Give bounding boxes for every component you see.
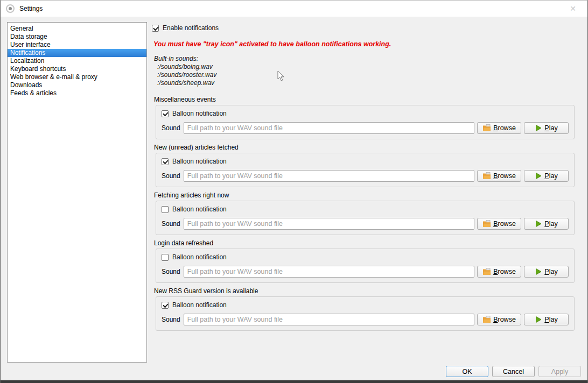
folder-icon — [482, 315, 491, 324]
title-bar: Settings ✕ — [1, 1, 587, 17]
sidebar-item-feeds-articles[interactable]: Feeds & articles — [8, 89, 146, 97]
dialog-footer: OK Cancel Apply — [446, 366, 581, 377]
balloon-notification-label: Balloon notification — [172, 253, 227, 261]
play-button[interactable]: Play — [524, 218, 569, 230]
section-group-box: Balloon notification Sound Browse Play — [156, 153, 575, 187]
folder-icon — [482, 124, 491, 132]
sound-path-input[interactable] — [184, 218, 474, 230]
balloon-notification-checkbox[interactable] — [162, 158, 169, 165]
balloon-notification-checkbox[interactable] — [162, 254, 169, 261]
balloon-notification-checkbox[interactable] — [162, 110, 169, 117]
sidebar-item-web-browser-email-proxy[interactable]: Web browser & e-mail & proxy — [8, 73, 146, 81]
window-title: Settings — [19, 5, 43, 12]
builtin-sound-path: :/sounds/rooster.wav — [154, 71, 216, 79]
sound-path-input[interactable] — [184, 122, 474, 134]
sound-label: Sound — [162, 124, 181, 132]
mouse-cursor — [277, 70, 285, 83]
sidebar-item-user-interface[interactable]: User interface — [8, 41, 146, 49]
folder-icon — [482, 267, 491, 276]
settings-category-list: General Data storage User interface Noti… — [7, 22, 147, 363]
section-new-version-available: New RSS Guard version is available Ballo… — [153, 288, 575, 331]
sound-path-input[interactable] — [184, 314, 474, 325]
sound-label: Sound — [162, 220, 181, 228]
browse-button[interactable]: Browse — [477, 170, 521, 182]
sound-label: Sound — [162, 316, 181, 323]
play-icon — [535, 220, 542, 228]
sidebar-item-notifications[interactable]: Notifications — [8, 49, 146, 57]
balloon-notification-checkbox[interactable] — [162, 302, 169, 309]
sidebar-item-data-storage[interactable]: Data storage — [8, 33, 146, 41]
tray-icon-warning-text: You must have "tray icon" activated to h… — [153, 40, 391, 48]
browse-button[interactable]: Browse — [477, 314, 521, 325]
dialog-body: General Data storage User interface Noti… — [1, 17, 587, 380]
section-title: New RSS Guard version is available — [153, 288, 575, 296]
play-icon — [535, 316, 542, 323]
section-group-box: Balloon notification Sound Browse Play — [156, 201, 575, 235]
section-fetching-articles: Fetching articles right now Balloon noti… — [153, 192, 575, 235]
close-icon: ✕ — [570, 4, 576, 13]
builtin-sound-path: :/sounds/sheep.wav — [154, 79, 216, 87]
balloon-notification-label: Balloon notification — [172, 301, 227, 309]
settings-gear-icon — [6, 4, 15, 13]
play-button[interactable]: Play — [524, 266, 569, 278]
builtin-sound-path: :/sounds/boing.wav — [154, 63, 216, 71]
balloon-notification-label: Balloon notification — [172, 110, 227, 117]
browse-button[interactable]: Browse — [477, 266, 521, 278]
browse-button[interactable]: Browse — [477, 218, 521, 230]
enable-notifications-row: Enable notifications — [152, 24, 219, 32]
folder-icon — [482, 172, 491, 180]
cancel-button[interactable]: Cancel — [492, 366, 535, 377]
builtin-sounds-block: Built-in sounds: :/sounds/boing.wav :/so… — [154, 55, 216, 87]
section-miscellaneous-events: Miscellaneous events Balloon notificatio… — [153, 96, 575, 139]
section-new-articles-fetched: New (unread) articles fetched Balloon no… — [153, 144, 575, 187]
folder-icon — [482, 219, 491, 228]
sound-path-input[interactable] — [184, 266, 474, 278]
section-title: Login data refreshed — [153, 240, 575, 249]
ok-button[interactable]: OK — [446, 366, 488, 377]
section-title: New (unread) articles fetched — [153, 144, 575, 153]
balloon-notification-label: Balloon notification — [172, 158, 227, 165]
close-button[interactable]: ✕ — [564, 1, 582, 17]
section-group-box: Balloon notification Sound Browse Play — [156, 249, 575, 283]
section-title: Fetching articles right now — [153, 192, 575, 201]
sidebar-item-general[interactable]: General — [8, 25, 146, 33]
settings-window: Settings ✕ General Data storage User int… — [0, 0, 588, 383]
sound-label: Sound — [162, 172, 181, 180]
apply-button[interactable]: Apply — [538, 366, 581, 377]
sidebar-item-localization[interactable]: Localization — [8, 57, 146, 65]
play-icon — [535, 124, 542, 132]
section-group-box: Balloon notification Sound Browse Play — [156, 105, 575, 139]
enable-notifications-checkbox[interactable] — [152, 25, 159, 32]
sidebar-item-keyboard-shortcuts[interactable]: Keyboard shortcuts — [8, 65, 146, 73]
balloon-notification-label: Balloon notification — [172, 205, 227, 213]
play-button[interactable]: Play — [524, 170, 569, 182]
section-title: Miscellaneous events — [153, 96, 575, 105]
play-icon — [535, 268, 542, 275]
section-login-data-refreshed: Login data refreshed Balloon notificatio… — [153, 240, 575, 283]
sound-label: Sound — [162, 268, 181, 275]
sidebar-item-downloads[interactable]: Downloads — [8, 81, 146, 89]
section-group-box: Balloon notification Sound Browse Play — [156, 296, 575, 331]
builtin-sounds-heading: Built-in sounds: — [154, 55, 216, 63]
window-bottom-edge — [1, 380, 587, 383]
sound-path-input[interactable] — [184, 170, 474, 182]
browse-button[interactable]: Browse — [477, 122, 521, 134]
balloon-notification-checkbox[interactable] — [162, 206, 169, 213]
play-button[interactable]: Play — [524, 122, 569, 134]
play-button[interactable]: Play — [524, 314, 569, 325]
play-icon — [535, 172, 542, 180]
notification-sections: Miscellaneous events Balloon notificatio… — [153, 96, 575, 336]
enable-notifications-label: Enable notifications — [163, 24, 219, 32]
